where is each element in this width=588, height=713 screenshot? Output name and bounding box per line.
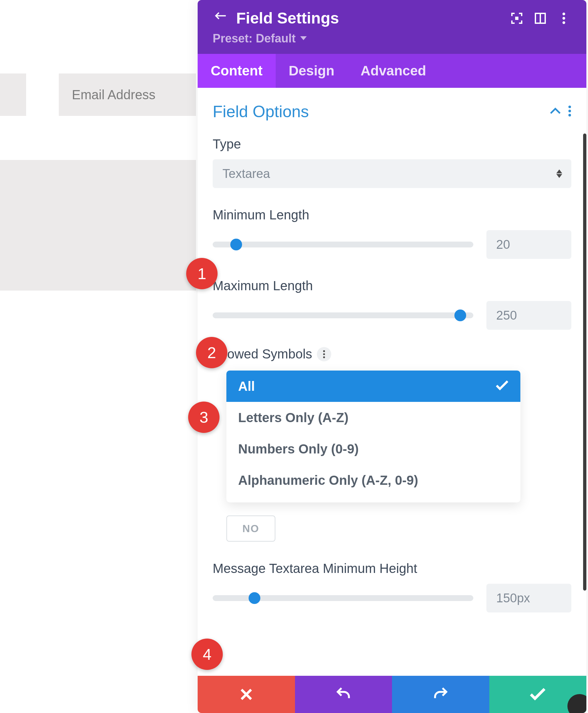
section-header[interactable]: Field Options <box>213 98 571 129</box>
back-icon[interactable] <box>213 11 228 26</box>
svg-point-4 <box>563 17 565 19</box>
min-height-row: 150px <box>213 584 571 612</box>
option-all-label: All <box>238 379 255 394</box>
min-length-value-input[interactable]: 20 <box>486 230 571 259</box>
allowed-symbols-label: Allowed Symbols <box>213 347 312 361</box>
option-letters-label: Letters Only (A-Z) <box>238 410 349 425</box>
svg-point-8 <box>568 114 571 116</box>
tab-design[interactable]: Design <box>276 54 348 88</box>
max-length-value: 250 <box>496 308 517 323</box>
option-alnum-label: Alphanumeric Only (A-Z, 0-9) <box>238 473 418 488</box>
min-height-value-input[interactable]: 150px <box>486 584 571 612</box>
toggle-no[interactable]: NO <box>226 516 275 542</box>
bg-input-fragment <box>0 73 26 116</box>
min-length-row: 20 <box>213 230 571 259</box>
svg-point-7 <box>568 110 571 112</box>
max-length-slider[interactable] <box>213 312 473 318</box>
section-more-icon[interactable] <box>568 105 571 118</box>
chevron-up-icon <box>550 107 561 116</box>
field-settings-panel: Field Settings Preset: Default Content <box>197 0 586 713</box>
svg-point-5 <box>563 21 565 24</box>
check-icon <box>529 688 546 701</box>
callout-1: 1 <box>186 258 217 289</box>
field-options-icon[interactable] <box>317 347 331 361</box>
action-bar <box>197 676 586 713</box>
type-value: Textarea <box>223 167 270 181</box>
bg-textarea[interactable] <box>0 160 196 290</box>
callout-2: 2 <box>196 337 227 368</box>
panel-title: Field Settings <box>236 9 339 27</box>
svg-point-11 <box>323 356 325 358</box>
max-length-value-input[interactable]: 250 <box>486 301 571 330</box>
toggle-no-label: NO <box>243 523 259 535</box>
email-input[interactable]: Email Address <box>59 73 196 116</box>
min-length-value: 20 <box>496 238 510 252</box>
email-placeholder: Email Address <box>72 87 155 102</box>
redo-icon <box>433 687 448 702</box>
svg-point-10 <box>323 353 325 355</box>
undo-button[interactable] <box>295 676 392 713</box>
preset-selector[interactable]: Preset: Default <box>213 32 571 45</box>
max-length-label: Maximum Length <box>213 279 571 293</box>
max-length-row: 250 <box>213 301 571 330</box>
scrollbar-thumb[interactable] <box>583 133 586 590</box>
min-length-slider[interactable] <box>213 242 473 247</box>
svg-point-9 <box>323 350 325 352</box>
columns-icon[interactable] <box>533 11 548 26</box>
slider-thumb[interactable] <box>230 239 242 251</box>
slider-thumb[interactable] <box>249 592 260 604</box>
undo-icon <box>336 687 351 702</box>
panel-body: Field Options Type Textarea Minimum Leng… <box>197 88 586 693</box>
option-numbers-label: Numbers Only (0-9) <box>238 442 359 456</box>
svg-point-3 <box>563 13 565 15</box>
focus-icon[interactable] <box>509 11 524 26</box>
tab-content[interactable]: Content <box>197 54 276 88</box>
option-all[interactable]: All <box>226 370 520 402</box>
type-select[interactable]: Textarea <box>213 159 571 188</box>
tab-advanced[interactable]: Advanced <box>348 54 439 88</box>
option-letters[interactable]: Letters Only (A-Z) <box>226 402 520 433</box>
type-label: Type <box>213 137 571 151</box>
panel-header: Field Settings Preset: Default <box>197 0 586 54</box>
min-height-slider[interactable] <box>213 595 473 601</box>
min-height-value: 150px <box>496 591 530 605</box>
min-length-label: Minimum Length <box>213 208 571 222</box>
preset-label: Preset: Default <box>213 32 296 45</box>
tabs: Content Design Advanced <box>197 54 586 88</box>
more-vertical-icon[interactable] <box>556 11 571 26</box>
close-icon <box>239 687 253 701</box>
callout-3: 3 <box>188 402 219 433</box>
close-button[interactable] <box>197 676 295 713</box>
chevron-down-icon <box>300 36 307 41</box>
select-sort-icon <box>556 169 562 178</box>
option-numbers[interactable]: Numbers Only (0-9) <box>226 433 520 464</box>
check-icon <box>496 379 509 394</box>
section-title: Field Options <box>213 102 550 121</box>
option-alnum[interactable]: Alphanumeric Only (A-Z, 0-9) <box>226 464 520 496</box>
allowed-symbols-dropdown: All Letters Only (A-Z) Numbers Only (0-9… <box>226 370 520 502</box>
svg-rect-0 <box>515 17 519 20</box>
min-height-label: Message Textarea Minimum Height <box>213 561 422 576</box>
callout-4: 4 <box>191 639 223 670</box>
redo-button[interactable] <box>392 676 489 713</box>
slider-thumb[interactable] <box>455 309 466 321</box>
svg-point-6 <box>568 105 571 108</box>
